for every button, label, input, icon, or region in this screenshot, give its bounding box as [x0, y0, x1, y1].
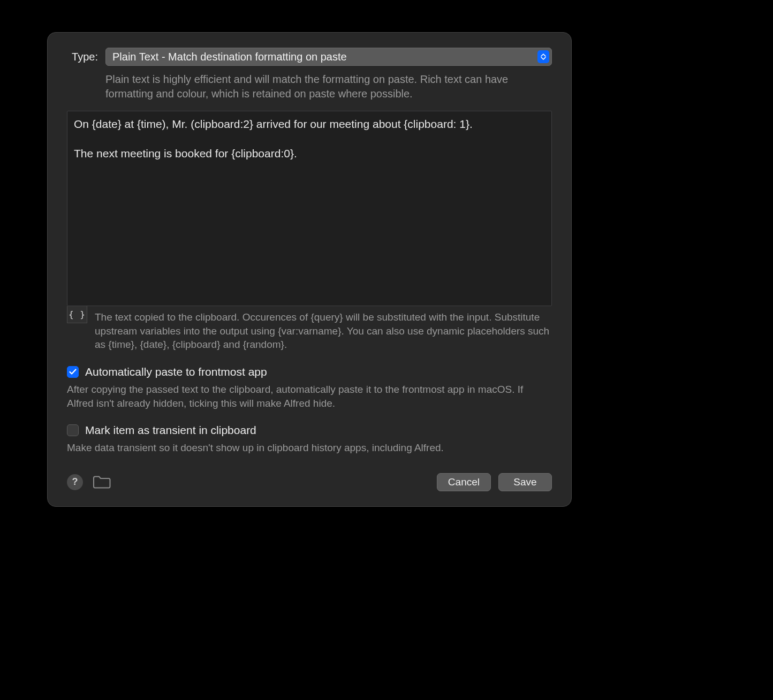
save-button[interactable]: Save: [498, 473, 552, 491]
transient-row[interactable]: Mark item as transient in clipboard: [67, 424, 552, 437]
type-description: Plain text is highly efficient and will …: [105, 72, 523, 101]
folder-icon: [93, 475, 111, 489]
type-row: Type: Plain Text - Match destination for…: [67, 48, 552, 66]
help-icon: ?: [72, 476, 78, 488]
folder-button[interactable]: [93, 475, 111, 489]
transient-label: Mark item as transient in clipboard: [85, 424, 256, 437]
type-select[interactable]: Plain Text - Match destination formattin…: [105, 48, 552, 66]
footer: ? Cancel Save: [67, 473, 552, 491]
auto-paste-checkbox[interactable]: [67, 366, 79, 378]
snippet-textarea[interactable]: On {date} at {time), Mr. (clipboard:2} a…: [67, 111, 552, 306]
auto-paste-label: Automatically paste to frontmost app: [85, 366, 267, 378]
braces-button[interactable]: { }: [67, 306, 87, 323]
type-label: Type:: [67, 51, 98, 63]
auto-paste-block: Automatically paste to frontmost app Aft…: [67, 366, 552, 410]
auto-paste-row[interactable]: Automatically paste to frontmost app: [67, 366, 552, 378]
transient-description: Make data transient so it doesn't show u…: [67, 441, 552, 455]
braces-icon: { }: [69, 309, 86, 319]
placeholder-help-row: { } The text copied to the clipboard. Oc…: [67, 306, 552, 352]
type-select-value: Plain Text - Match destination formattin…: [112, 51, 347, 63]
auto-paste-description: After copying the passed text to the cli…: [67, 383, 552, 410]
select-stepper-icon[interactable]: [537, 50, 549, 63]
placeholder-help-text: The text copied to the clipboard. Occure…: [95, 306, 552, 352]
transient-block: Mark item as transient in clipboard Make…: [67, 424, 552, 455]
settings-panel: Type: Plain Text - Match destination for…: [47, 32, 572, 507]
cancel-button[interactable]: Cancel: [437, 473, 491, 491]
check-icon: [69, 369, 77, 375]
help-button[interactable]: ?: [67, 474, 83, 490]
transient-checkbox[interactable]: [67, 424, 79, 436]
